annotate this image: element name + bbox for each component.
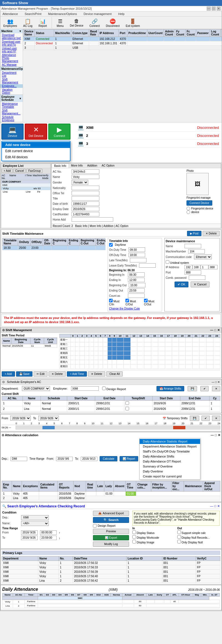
leave-input[interactable] bbox=[139, 263, 156, 268]
dm-port-input[interactable] bbox=[185, 270, 201, 275]
fp-device-radio[interactable] bbox=[186, 207, 190, 210]
toolbar-aclog-button[interactable]: 📋 AC Log bbox=[21, 17, 34, 28]
to-date-input[interactable] bbox=[21, 536, 38, 540]
close-button[interactable]: ✕ bbox=[217, 7, 221, 11]
card-input[interactable] bbox=[72, 212, 99, 216]
dm-unideal-cb[interactable] bbox=[166, 260, 169, 264]
toolbar-report-button[interactable]: 📊 Report bbox=[37, 17, 49, 28]
sidebar-ac-manage[interactable]: AC Manage bbox=[0, 63, 23, 67]
temp-shift-cb1[interactable] bbox=[125, 401, 129, 405]
report-button[interactable]: 📊 Report bbox=[120, 456, 138, 461]
schedule-minimize[interactable]: — bbox=[211, 380, 214, 384]
toolbar-exit-button[interactable]: 🚪 Exit system bbox=[124, 17, 142, 28]
shift-clearall-button[interactable]: Clear All bbox=[106, 371, 123, 377]
gender-select[interactable]: Female Male bbox=[72, 180, 88, 185]
table-row[interactable]: Normal 2015/5/26 11 Week bbox=[2, 344, 57, 347]
dm-ip2-input[interactable] bbox=[193, 265, 200, 269]
end-in-input[interactable] bbox=[128, 278, 145, 282]
tab-addition[interactable]: Addition bbox=[85, 163, 99, 168]
menu-search-print[interactable]: Search/Print bbox=[24, 12, 43, 16]
shift-maximize[interactable]: □ bbox=[214, 328, 216, 332]
sidebar-schedule-emp[interactable]: Schedule Employee bbox=[0, 115, 23, 122]
calculate-button[interactable]: Calculate bbox=[100, 456, 117, 461]
timerange-close-btn[interactable]: ✕ bbox=[212, 416, 220, 421]
mustcout-cb[interactable] bbox=[125, 299, 129, 302]
search-button[interactable]: 🔍 Search bbox=[93, 517, 129, 523]
menu-device[interactable]: Device management bbox=[82, 12, 113, 16]
sidebar-schedule-header[interactable]: Employee Schedule ▼ bbox=[0, 95, 23, 102]
minimize-button[interactable]: — bbox=[207, 7, 211, 11]
change-display-link[interactable]: Change the Display Cute bbox=[109, 307, 161, 310]
beg-out-input[interactable] bbox=[129, 283, 145, 287]
home-input[interactable] bbox=[72, 217, 113, 222]
add-new-device-item[interactable]: Add new device bbox=[2, 142, 70, 148]
emp-cancel-button[interactable]: Cancel bbox=[13, 169, 26, 173]
connect-device-button[interactable]: Connect Device bbox=[186, 200, 212, 206]
daytime-checkbox[interactable] bbox=[109, 243, 113, 247]
acno-input[interactable] bbox=[72, 169, 99, 174]
sidebar-download-user[interactable]: Download user info and Fp bbox=[0, 40, 23, 47]
end-out-input[interactable] bbox=[128, 288, 145, 293]
sidebar-photo-mgmt[interactable]: Attendance Photo Management bbox=[0, 53, 23, 63]
search-minimize[interactable]: — bbox=[210, 504, 213, 508]
emp-input[interactable] bbox=[71, 386, 99, 391]
report-daily-ot[interactable]: Daily Attendance OT Report bbox=[140, 459, 200, 464]
emp-lina-row[interactable]: Lina Line Fe bbox=[1, 190, 51, 193]
shift-delete-button[interactable]: ✕ Delete bbox=[49, 371, 66, 377]
display-workcode-cb[interactable] bbox=[132, 535, 136, 539]
shift-delete2-button[interactable]: ✕ Delete bbox=[88, 371, 105, 377]
title-input[interactable] bbox=[72, 196, 99, 201]
toolbar-del-device-button[interactable]: 🗑 Del Device bbox=[68, 17, 85, 28]
report-dept-statistic[interactable]: Department Attendance Statistic Report bbox=[140, 444, 200, 449]
sidebar-timetable[interactable]: Maintenance Timetable bbox=[0, 102, 23, 109]
shift-close[interactable]: ✕ bbox=[217, 328, 220, 332]
report-summary-ot[interactable]: Summary of Overtime bbox=[140, 464, 200, 469]
design-report-cb[interactable] bbox=[102, 387, 106, 390]
table-row[interactable]: XIMIVicky12016/9/26 17:56:401001FP bbox=[2, 574, 220, 578]
schedule-maximize[interactable]: □ bbox=[215, 380, 217, 384]
only-null-cb[interactable] bbox=[177, 540, 181, 543]
from-input[interactable] bbox=[56, 457, 73, 461]
dm-combo-input[interactable] bbox=[189, 275, 205, 280]
dep-select3[interactable]: XIMI bbox=[21, 515, 49, 520]
edit-all-devices-item[interactable]: Edit All devices bbox=[2, 154, 70, 160]
table-row[interactable]: 1 Vicky 405 2016/5/06 Daytime 01:00 01:0… bbox=[2, 491, 220, 496]
onduty-input[interactable] bbox=[128, 247, 145, 252]
del-device-big-button[interactable]: ✕ Del Device bbox=[25, 124, 47, 140]
dm-ip1-input[interactable] bbox=[185, 265, 192, 269]
search-close[interactable]: ✕ bbox=[217, 504, 220, 508]
emp-faxgroup-button[interactable]: FaxGroup bbox=[26, 169, 42, 173]
report-daily-att[interactable]: Daily Attendance Shifts bbox=[140, 454, 200, 459]
table-row[interactable]: XIMI Connected 1 Ethernet 192.168.212 43… bbox=[23, 37, 222, 41]
att-calc-close[interactable]: ✕ bbox=[218, 433, 220, 437]
shift-minimize[interactable]: — bbox=[210, 328, 213, 332]
mustcout2-cb[interactable] bbox=[144, 299, 148, 302]
design-report-cb2[interactable] bbox=[93, 524, 97, 528]
dep-input[interactable] bbox=[11, 457, 27, 461]
table-row[interactable]: 1 Vicky Normal 2000/1/1 2999/12/31 2016/… bbox=[2, 400, 220, 406]
shift-add-button[interactable]: + Add bbox=[2, 371, 15, 377]
dm-ip3-input[interactable] bbox=[201, 265, 208, 269]
att-calc-maximize[interactable]: □ bbox=[215, 433, 217, 437]
display-image-cb[interactable] bbox=[132, 540, 136, 543]
support-simple-cb[interactable] bbox=[177, 530, 181, 534]
toolbar-employees-button[interactable]: 👥 Employees bbox=[1, 17, 19, 28]
sidebar-download-attendance[interactable]: Download attendance log! bbox=[0, 33, 23, 40]
employ-input[interactable] bbox=[72, 207, 99, 211]
device-radio[interactable] bbox=[186, 210, 190, 214]
maximize-button[interactable]: □ bbox=[212, 7, 216, 11]
toolbar-connect-button[interactable]: 🔗 Connect bbox=[87, 17, 102, 28]
table-row[interactable]: XIMILina22016/9/26 17:56:421001FP bbox=[2, 578, 220, 583]
toolbar-disconnect-button[interactable]: ⛔ Disconnect bbox=[104, 17, 121, 28]
table-row[interactable]: 3 1 USB bbox=[23, 46, 222, 50]
menu-maintenance[interactable]: Maintenance/Options bbox=[47, 12, 78, 16]
shift-save-button[interactable]: 💾 Save bbox=[16, 371, 33, 377]
report-daily-overtime[interactable]: Daily Overtime bbox=[140, 469, 200, 474]
report-current-grid[interactable]: Create report for current grid bbox=[140, 474, 200, 479]
device-big-button[interactable]: 💻 Device bbox=[1, 124, 24, 140]
sidebar-machine-header[interactable]: Machine ▼ bbox=[0, 29, 23, 33]
table-row[interactable]: 2 Lina 405 2016/5/06 Daytime bbox=[2, 496, 220, 500]
sidebar-maintenance-header[interactable]: Maintenance/Options ▼ bbox=[0, 67, 23, 71]
shift-edit-button[interactable]: ✏ Edit bbox=[34, 371, 47, 377]
att-calc-minimize[interactable]: — bbox=[211, 433, 214, 437]
